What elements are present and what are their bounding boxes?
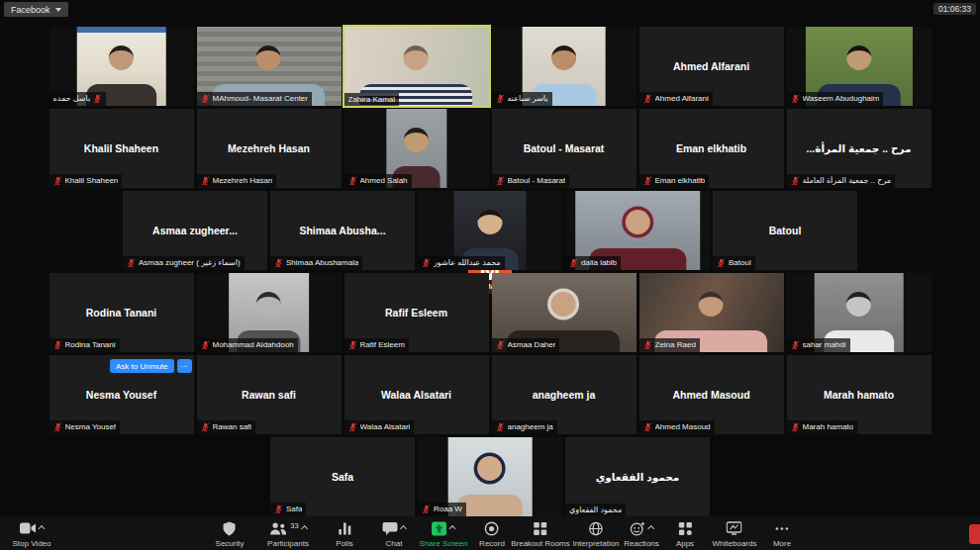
participant-nameplate: Khalil Shaheen [49, 174, 123, 188]
participant-tile[interactable]: Roaa W [418, 437, 562, 516]
facebook-livestream-button[interactable]: Facebook [4, 2, 68, 17]
muted-mic-icon [791, 340, 800, 350]
participant-tile[interactable]: Mohammad Aldahdooh [197, 273, 342, 352]
chat-bubble-icon [382, 521, 398, 536]
participant-tile[interactable]: Nesma Yousef Nesma Yousef Ask to Unmute … [49, 355, 194, 434]
chat-button[interactable]: Chat [382, 521, 406, 548]
participant-tile[interactable]: Rodina Tanani Rodina Tanani [49, 273, 194, 352]
participant-tile[interactable]: Ahmed Masoud Ahmed Masoud [639, 355, 784, 434]
polls-button[interactable]: Polls [336, 521, 352, 548]
participant-tile[interactable]: Safa Safa [270, 437, 415, 516]
person-head [404, 128, 429, 152]
participant-tile[interactable]: ياسر سباعنه [492, 27, 637, 106]
participant-tile[interactable]: Rawan safi Rawan safi [197, 355, 342, 434]
participant-tile[interactable]: Eman elkhatib Eman elkhatib [639, 109, 784, 188]
record-button[interactable]: Record [479, 521, 505, 548]
interpretation-button[interactable]: Interpretation [572, 521, 619, 548]
participant-tile[interactable]: Asmaa Daher [492, 273, 637, 352]
participant-tile[interactable]: Zahira Kamal [344, 27, 489, 106]
chevron-up-icon[interactable] [647, 525, 654, 532]
participant-tile[interactable]: Shimaa Abusha... Shimaa Abushamala [270, 191, 415, 270]
nameplate-text: محمود الفقعاوي [569, 505, 622, 514]
participants-button[interactable]: 33 Participants [267, 521, 309, 548]
muted-mic-icon [422, 504, 431, 514]
apps-button[interactable]: Apps [676, 521, 694, 548]
chevron-up-icon[interactable] [301, 525, 308, 532]
participant-tile[interactable]: Ahmed Alfarani Ahmed Alfarani [639, 27, 784, 106]
participant-tile[interactable]: Zeina Raed [639, 273, 784, 352]
participant-nameplate: sahar mahdi [787, 338, 850, 352]
person-head [551, 46, 576, 70]
stop-video-button[interactable]: Stop Video [13, 521, 51, 548]
muted-mic-icon [643, 340, 652, 350]
participant-tile[interactable]: باسل حمده [49, 27, 194, 106]
muted-mic-icon [717, 258, 726, 268]
nameplate-text: Ahmed Masoud [655, 422, 711, 431]
muted-mic-icon [348, 340, 357, 350]
end-meeting-button[interactable] [969, 524, 980, 544]
nameplate-text: Batoul - Masarat [508, 176, 566, 185]
participant-tile[interactable]: محمود الفقعاوي محمود الفقعاوي [565, 437, 710, 516]
nameplate-text: Ahmed Alfarani [655, 94, 709, 103]
participant-nameplate: Zeina Raed [639, 338, 700, 352]
chevron-down-icon [55, 8, 61, 12]
participant-tile[interactable]: Waseem Abudughaim [787, 27, 931, 106]
participant-nameplate: ياسر سباعنه [492, 92, 552, 106]
person-head [256, 46, 281, 70]
whiteboards-button[interactable]: Whiteboards [713, 521, 757, 548]
nameplate-text: anagheem ja [508, 422, 553, 431]
tile-more-options-button[interactable]: ··· [177, 359, 192, 373]
muted-mic-icon [201, 94, 210, 104]
participant-tile[interactable]: dalia labib [565, 191, 710, 270]
nameplate-text: Rodina Tanani [65, 340, 116, 349]
participant-nameplate: محمود الفقعاوي [565, 504, 626, 516]
participant-nameplate: Rafif Esleem [344, 338, 409, 352]
participant-tile[interactable]: Batoul Batoul [713, 191, 857, 270]
person-head [404, 46, 429, 70]
muted-mic-icon [201, 176, 210, 186]
participant-tile[interactable]: Marah hamato Marah hamato [787, 355, 931, 434]
participant-tile[interactable]: ...مرح .. جمعية المرأة مرح .. جمعية المر… [787, 109, 931, 188]
muted-mic-icon [274, 258, 283, 268]
chevron-up-icon[interactable] [449, 525, 456, 532]
participant-nameplate: Ahmed Alfarani [639, 92, 713, 106]
participant-tile[interactable]: Mezehreh Hasan Mezehreh Hasan [197, 109, 342, 188]
participant-tile[interactable]: Walaa Alsatari Walaa Alsatari [344, 355, 489, 434]
participant-nameplate: Marah hamato [787, 420, 858, 434]
participant-tile[interactable]: Asmaa zugheer... Asmaa zugheer ( اسماء ز… [123, 191, 267, 270]
participant-tile[interactable]: Batoul - Masarat Batoul - Masarat [492, 109, 637, 188]
more-button[interactable]: More [773, 521, 791, 548]
participant-tile[interactable]: Ahmed Salah [344, 109, 489, 188]
muted-mic-icon [496, 340, 505, 350]
muted-mic-icon [643, 422, 652, 432]
nameplate-text: Zeina Raed [655, 340, 696, 349]
person-head [699, 292, 724, 317]
nameplate-text: Batoul [729, 258, 751, 267]
participant-tile[interactable]: anagheem ja anagheem ja [492, 355, 637, 434]
gallery-row: باسل حمده MAhmoud- Masarat Center [47, 27, 933, 106]
facebook-label: Facebook [11, 5, 50, 15]
muted-mic-icon [496, 422, 505, 432]
participant-gallery: باسل حمده MAhmoud- Masarat Center [47, 27, 933, 516]
reactions-button[interactable]: Reactions [624, 521, 659, 548]
participant-tile[interactable]: Rafif Esleem Rafif Esleem [344, 273, 489, 352]
nameplate-text: Marah hamato [803, 422, 854, 431]
muted-mic-icon [422, 258, 431, 268]
participant-nameplate: Waseem Abudughaim [787, 92, 884, 106]
person-head [478, 210, 503, 234]
participant-nameplate: anagheem ja [492, 420, 557, 434]
participant-tile[interactable]: Khalil Shaheen Khalil Shaheen [49, 109, 194, 188]
ask-to-unmute-button[interactable]: Ask to Unmute [110, 359, 173, 373]
chevron-up-icon[interactable] [400, 525, 407, 532]
participant-tile[interactable]: sahar mahdi [787, 273, 931, 352]
chevron-up-icon[interactable] [38, 525, 45, 532]
person-head [256, 292, 281, 317]
gallery-row: Safa Safa Roaa W محمود الفقعاوي [47, 437, 933, 516]
share-screen-button[interactable]: Share Screen [420, 521, 468, 548]
participant-tile[interactable]: محمد عبدالله عاشور [418, 191, 562, 270]
nameplate-text: Waseem Abudughaim [803, 94, 880, 103]
person-head [846, 46, 871, 70]
breakout-rooms-button[interactable]: Breakout Rooms [511, 521, 570, 548]
security-button[interactable]: Security [216, 521, 245, 548]
participant-tile[interactable]: MAhmoud- Masarat Center [197, 27, 342, 106]
